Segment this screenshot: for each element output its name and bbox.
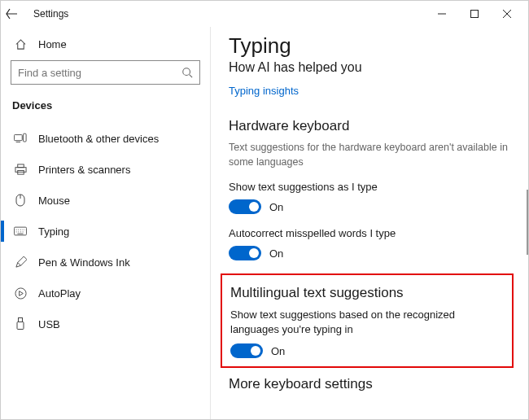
svg-rect-10 [19, 318, 23, 322]
nav-item-label: Printers & scanners [38, 164, 130, 176]
hardware-keyboard-title: Hardware keyboard [229, 118, 512, 134]
category-title: Devices [12, 99, 200, 112]
window-title: Settings [33, 8, 68, 20]
more-keyboard-title: More keyboard settings [229, 376, 512, 392]
multilingual-state: On [271, 345, 285, 357]
show-suggestions-label: Show text suggestions as I type [229, 181, 512, 193]
nav-item-label: AutoPlay [38, 287, 81, 300]
pen-icon [14, 256, 27, 269]
nav-item-printers[interactable]: Printers & scanners [11, 154, 200, 185]
nav-item-bluetooth[interactable]: Bluetooth & other devices [11, 123, 200, 154]
minimize-button[interactable] [426, 1, 458, 27]
mouse-icon [14, 194, 27, 207]
sidebar: Home Devices Bluetooth & other devices P… [1, 27, 211, 420]
page-heading: Typing [229, 33, 512, 59]
close-button[interactable] [491, 1, 523, 27]
svg-rect-2 [14, 135, 22, 141]
nav-item-autoplay[interactable]: AutoPlay [11, 278, 200, 308]
scrollbar[interactable] [527, 190, 528, 255]
show-suggestions-toggle[interactable] [229, 199, 261, 214]
svg-rect-5 [15, 167, 25, 172]
nav-item-label: USB [38, 318, 60, 330]
usb-icon [14, 317, 27, 330]
multilingual-title: Multilingual text suggestions [230, 285, 504, 301]
autocorrect-toggle[interactable] [229, 246, 261, 260]
search-box[interactable] [11, 60, 200, 85]
back-button[interactable] [6, 8, 28, 20]
content-pane: Typing How AI has helped you Typing insi… [211, 27, 528, 420]
svg-rect-4 [17, 164, 24, 167]
svg-point-9 [15, 287, 25, 298]
devices-icon [14, 133, 27, 144]
titlebar: Settings [1, 1, 528, 27]
nav-home-label: Home [38, 38, 67, 50]
multilingual-desc: Show text suggestions based on the recog… [230, 308, 504, 337]
nav-item-mouse[interactable]: Mouse [11, 185, 200, 216]
search-icon [181, 67, 193, 78]
search-input[interactable] [18, 67, 181, 79]
nav-home[interactable]: Home [11, 33, 200, 60]
nav-list: Bluetooth & other devices Printers & sca… [11, 123, 200, 339]
typing-insights-link[interactable]: Typing insights [229, 85, 299, 97]
page-subtitle: How AI has helped you [229, 60, 512, 75]
multilingual-highlight: Multilingual text suggestions Show text … [221, 273, 514, 368]
svg-rect-11 [17, 322, 24, 330]
nav-item-typing[interactable]: Typing [11, 216, 200, 247]
hardware-note: Text suggestions for the hardware keyboa… [229, 141, 512, 169]
nav-item-label: Mouse [38, 195, 70, 207]
printer-icon [14, 164, 27, 176]
nav-item-label: Bluetooth & other devices [38, 133, 159, 145]
nav-item-label: Typing [38, 225, 69, 238]
nav-item-label: Pen & Windows Ink [38, 256, 130, 269]
nav-item-usb[interactable]: USB [11, 308, 200, 339]
home-icon [14, 38, 27, 50]
maximize-button[interactable] [458, 1, 491, 27]
nav-item-pen[interactable]: Pen & Windows Ink [11, 247, 200, 278]
svg-point-1 [183, 68, 190, 76]
keyboard-icon [14, 226, 27, 236]
autoplay-icon [14, 287, 27, 300]
svg-rect-0 [471, 11, 479, 18]
autocorrect-state: On [269, 247, 283, 260]
show-suggestions-state: On [269, 201, 283, 213]
multilingual-toggle[interactable] [230, 343, 263, 358]
svg-rect-3 [24, 133, 27, 142]
autocorrect-label: Autocorrect misspelled words I type [229, 227, 512, 239]
